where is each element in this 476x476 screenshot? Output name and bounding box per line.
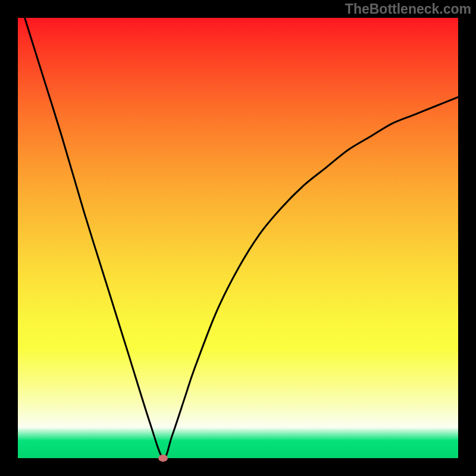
chart-frame: TheBottleneck.com <box>0 0 476 476</box>
minimum-marker <box>158 455 168 462</box>
watermark-text: TheBottleneck.com <box>345 1 471 17</box>
bottleneck-curve <box>18 18 458 458</box>
plot-area <box>18 18 458 458</box>
